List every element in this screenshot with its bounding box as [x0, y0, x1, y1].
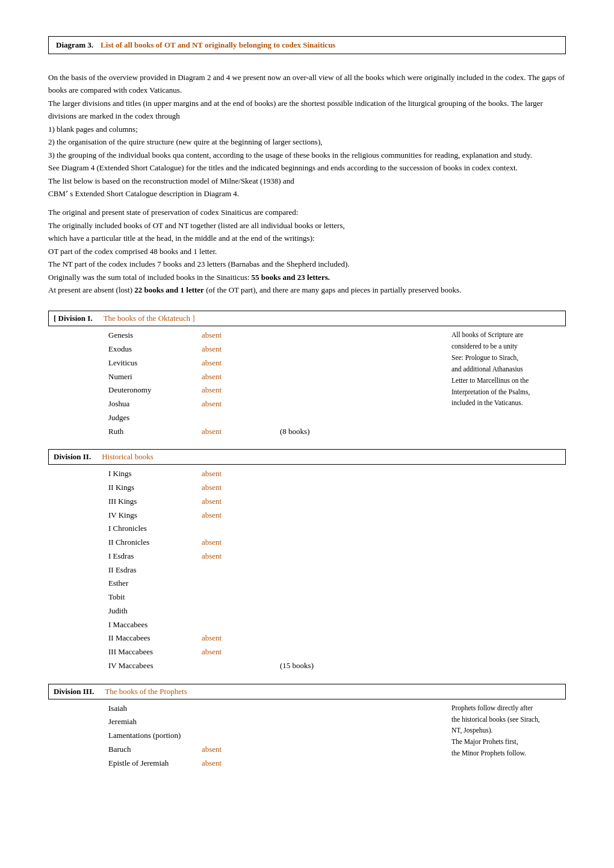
- division-I-side-notes: All books of Scripture areconsidered to …: [439, 329, 566, 438]
- book-row: II Kingsabsent: [108, 481, 566, 495]
- book-name: II Esdras: [108, 563, 202, 577]
- book-status: absent: [202, 370, 244, 384]
- book-row: Deuteronomyabsent: [108, 383, 439, 397]
- book-name: Judith: [108, 604, 202, 618]
- intro-p1: On the basis of the overview provided in…: [48, 71, 566, 200]
- book-name: I Maccabees: [108, 618, 202, 632]
- book-name: Esther: [108, 577, 202, 591]
- division-II-header: Division II.Historical books: [48, 449, 566, 465]
- book-row: Numeriabsent: [108, 370, 439, 384]
- book-row: Isaiah: [108, 702, 439, 716]
- book-row: Leviticusabsent: [108, 356, 439, 370]
- book-row: Epistle of Jeremiahabsent: [108, 757, 439, 770]
- book-status: absent: [202, 356, 244, 370]
- book-row: I Kingsabsent: [108, 467, 566, 481]
- side-note-line: Prophets follow directly after: [451, 703, 566, 714]
- book-count: (15 books): [280, 659, 314, 673]
- division-I: [ Division I.The books of the Oktateuch …: [48, 311, 566, 438]
- book-name: II Maccabees: [108, 631, 202, 645]
- division-III: Division III.The books of the ProphetsIs…: [48, 684, 566, 770]
- book-name: Deuteronomy: [108, 383, 202, 397]
- division-III-side-notes: Prophets follow directly afterthe histor…: [439, 702, 566, 770]
- book-status: absent: [202, 743, 244, 757]
- book-name: Tobit: [108, 591, 202, 604]
- division-III-books: IsaiahJeremiahLamentations (portion)Baru…: [48, 702, 439, 770]
- book-row: Judith: [108, 604, 566, 618]
- book-name: Joshua: [108, 397, 202, 411]
- book-row: Joshuaabsent: [108, 397, 439, 411]
- book-name: Ruth: [108, 425, 202, 439]
- book-status: absent: [202, 329, 244, 343]
- book-status: absent: [202, 509, 244, 522]
- diagram-title: List of all books of OT and NT originall…: [101, 40, 335, 50]
- side-note-line: Interpretation of the Psalms,: [451, 387, 566, 398]
- book-status: absent: [202, 383, 244, 397]
- book-row: IV Maccabees(15 books): [108, 659, 566, 673]
- book-name: Lamentations (portion): [108, 729, 202, 743]
- division-I-title: The books of the Oktateuch ]: [104, 314, 195, 323]
- divisions-container: [ Division I.The books of the Oktateuch …: [48, 311, 566, 770]
- book-name: Leviticus: [108, 356, 202, 370]
- book-status: absent: [202, 757, 244, 770]
- division-II-body: I KingsabsentII KingsabsentIII Kingsabse…: [48, 467, 566, 672]
- book-status: absent: [202, 425, 244, 439]
- diagram-title-box: Diagram 3. List of all books of OT and N…: [48, 36, 566, 54]
- book-row: Jeremiah: [108, 715, 439, 729]
- book-row: III Maccabeesabsent: [108, 645, 566, 659]
- intro-text: On the basis of the overview provided in…: [48, 71, 566, 296]
- division-I-body: GenesisabsentExodusabsentLeviticusabsent…: [48, 329, 566, 438]
- book-row: Lamentations (portion): [108, 729, 439, 743]
- division-II: Division II.Historical booksI Kingsabsen…: [48, 449, 566, 672]
- book-name: II Kings: [108, 481, 202, 495]
- book-row: II Chroniclesabsent: [108, 536, 566, 550]
- book-row: II Maccabeesabsent: [108, 631, 566, 645]
- book-name: Genesis: [108, 329, 202, 343]
- division-III-body: IsaiahJeremiahLamentations (portion)Baru…: [48, 702, 566, 770]
- division-II-title: Historical books: [102, 452, 154, 462]
- book-status: absent: [202, 467, 244, 481]
- book-name: Judges: [108, 411, 202, 425]
- book-name: I Esdras: [108, 550, 202, 563]
- division-II-label: Division II.: [54, 452, 91, 462]
- book-row: II Esdras: [108, 563, 566, 577]
- side-note-line: and additional Athanasius: [451, 364, 566, 375]
- book-row: Genesisabsent: [108, 329, 439, 343]
- book-name: III Maccabees: [108, 645, 202, 659]
- book-name: II Chronicles: [108, 536, 202, 550]
- intro-p2: The original and present state of preser…: [48, 206, 566, 296]
- book-row: I Esdrasabsent: [108, 550, 566, 563]
- book-status: absent: [202, 343, 244, 356]
- book-row: Esther: [108, 577, 566, 591]
- side-note-line: included in the Vaticanus.: [451, 398, 566, 409]
- book-name: Jeremiah: [108, 715, 202, 729]
- book-count: (8 books): [280, 425, 309, 439]
- side-note-line: All books of Scripture are: [451, 330, 566, 341]
- division-III-title: The books of the Prophets: [105, 687, 187, 696]
- book-row: I Maccabees: [108, 618, 566, 632]
- book-status: absent: [202, 550, 244, 563]
- book-status: absent: [202, 631, 244, 645]
- division-III-label: Division III.: [54, 687, 94, 696]
- book-row: III Kingsabsent: [108, 495, 566, 509]
- book-status: absent: [202, 645, 244, 659]
- side-note-line: the historical books (see Sirach,: [451, 715, 566, 725]
- book-name: IV Maccabees: [108, 659, 202, 673]
- book-name: I Kings: [108, 467, 202, 481]
- division-III-header: Division III.The books of the Prophets: [48, 684, 566, 699]
- book-row: I Chronicles: [108, 522, 566, 536]
- book-name: I Chronicles: [108, 522, 202, 536]
- book-name: III Kings: [108, 495, 202, 509]
- book-row: Tobit: [108, 591, 566, 604]
- side-note-line: the Minor Prophets follow.: [451, 748, 566, 759]
- side-note-line: considered to be a unity: [451, 341, 566, 352]
- side-note-line: Letter to Marcellinus on the: [451, 376, 566, 386]
- book-row: IV Kingsabsent: [108, 509, 566, 522]
- book-name: Baruch: [108, 743, 202, 757]
- side-note-line: See: Prologue to Sirach,: [451, 353, 566, 364]
- book-name: IV Kings: [108, 509, 202, 522]
- diagram-label: Diagram 3.: [56, 40, 93, 50]
- book-row: Exodusabsent: [108, 343, 439, 356]
- book-name: Epistle of Jeremiah: [108, 757, 202, 770]
- book-name: Exodus: [108, 343, 202, 356]
- book-status: absent: [202, 495, 244, 509]
